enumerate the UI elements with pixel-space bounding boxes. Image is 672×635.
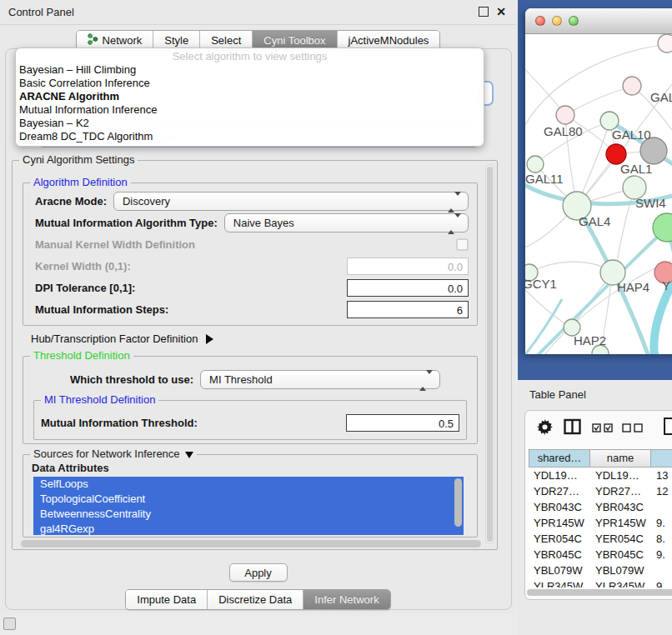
table-horizontal-scrollbar[interactable] (527, 589, 672, 596)
algorithm-option[interactable]: Basic Correlation Inference (16, 77, 484, 90)
algorithm-option[interactable]: Bayesian – K2 (16, 117, 484, 130)
hub-definition-expander[interactable]: Hub/Transcription Factor Definition (31, 332, 213, 345)
table-cell: YBR043C (590, 499, 651, 515)
float-panel-icon[interactable] (479, 7, 489, 17)
network-node[interactable] (623, 77, 641, 95)
minimize-window-button[interactable] (552, 16, 562, 26)
column-header[interactable]: name (590, 449, 651, 468)
network-graph: GAL80GALGAL10GAL1GAL11SWI4GAL4GCY1HAP4YH… (525, 34, 672, 354)
close-window-button[interactable] (535, 16, 545, 26)
table-panel-title: Table Panel (529, 388, 586, 401)
mi-threshold-group: MI Threshold Definition Mutual Informati… (33, 400, 467, 440)
network-window-titlebar[interactable] (525, 8, 672, 34)
table-cell: 12 (651, 483, 672, 499)
deselect-all-checkboxes-icon[interactable] (622, 422, 644, 435)
table-cell: YLR345W (590, 578, 651, 588)
node-label: GAL1 (620, 162, 652, 176)
table-row[interactable]: YDL19…YDL19…13 (529, 468, 672, 483)
sources-group: Sources for Network Inference Data Attri… (23, 454, 478, 538)
table-cell: 9. (651, 547, 672, 562)
node-label: SWI4 (635, 196, 666, 210)
settings-horizontal-scrollbar[interactable] (21, 540, 481, 548)
apply-button[interactable]: Apply (229, 563, 288, 582)
algorithm-option[interactable]: Bayesian – Hill Climbing (16, 63, 484, 77)
algorithm-popup-hint: Select algorithm to view settings (16, 50, 484, 63)
manual-kernel-checkbox[interactable] (456, 238, 469, 251)
table-cell: YBL079W (590, 562, 651, 578)
mi-threshold-input[interactable]: 0.5 (346, 414, 459, 432)
hub-definition-label: Hub/Transcription Factor Definition (31, 332, 198, 345)
sources-group-title[interactable]: Sources for Network Inference (30, 448, 197, 460)
network-view-window: GAL80GALGAL10GAL1GAL11SWI4GAL4GCY1HAP4YH… (525, 8, 672, 354)
table-row[interactable]: YBR045CYBR045C9. (529, 547, 672, 562)
tab-label: Cyni Toolbox (263, 34, 325, 47)
table-cell: YDL19… (529, 468, 590, 483)
file-icon[interactable] (663, 418, 672, 438)
table-cell: YBR043C (529, 499, 590, 515)
network-node[interactable] (658, 34, 672, 52)
node-label: Y (662, 278, 670, 292)
dock-mini-icon[interactable] (3, 618, 16, 630)
control-panel-titlebar: Control Panel ✕ (0, 0, 516, 25)
table-panel: Table Panel shared…nameAYDL19… (518, 380, 672, 635)
network-canvas[interactable]: GAL80GALGAL10GAL1GAL11SWI4GAL4GCY1HAP4YH… (525, 34, 672, 354)
node-table[interactable]: shared…nameAYDL19…YDL19…13YDR27…YDR27…12… (529, 449, 672, 588)
algorithm-option[interactable]: ARACNE Algorithm (16, 90, 484, 103)
attribute-item[interactable]: TopologicalCoefficient (33, 492, 464, 507)
network-node[interactable] (527, 156, 544, 172)
table-header-row: shared…nameA (529, 449, 672, 468)
aracne-mode-select[interactable]: Discovery (113, 192, 469, 211)
kernel-width-input: 0.0 (347, 258, 469, 275)
table-row[interactable]: YBL079WYBL079W (529, 562, 672, 578)
column-header[interactable]: shared… (529, 449, 590, 468)
table-panel-body: shared…nameAYDL19…YDL19…13YDR27…YDR27…12… (524, 410, 672, 600)
combo-arrows-icon (419, 374, 433, 387)
attribute-item[interactable]: BetweennessCentrality (33, 507, 464, 522)
network-edge[interactable] (615, 188, 634, 272)
dpi-tolerance-input[interactable]: 0.0 (347, 279, 469, 297)
table-row[interactable]: YPR145WYPR145W9. (529, 515, 672, 531)
close-panel-icon[interactable]: ✕ (496, 7, 506, 17)
bottom-tab-bar: Impute DataDiscretize DataInfer Network (0, 589, 516, 610)
threshold-definition-group: Threshold Definition Which threshold to … (23, 356, 478, 444)
attribute-item[interactable]: SelfLoops (33, 477, 464, 492)
which-threshold-label: Which threshold to use: (70, 373, 193, 386)
table-cell: YLR345W (529, 578, 590, 588)
screen: Control Panel ✕ NetworkStyleSelectCyni T… (0, 0, 672, 635)
data-attributes-list[interactable]: SelfLoopsTopologicalCoefficientBetweenne… (33, 477, 464, 535)
node-label: GAL4 (579, 214, 610, 228)
cyni-algorithm-settings-group: Cyni Algorithm Settings Algorithm Defini… (12, 160, 498, 550)
which-threshold-select[interactable]: MI Threshold (200, 370, 440, 389)
tab-discretize-data[interactable]: Discretize Data (207, 590, 303, 609)
expander-arrow-icon (206, 334, 213, 344)
select-all-checkboxes-icon[interactable] (592, 422, 614, 435)
network-edge[interactable] (525, 44, 669, 134)
aracne-mode-row: Aracne Mode: Discovery (23, 190, 477, 212)
tab-label: Impute Data (137, 593, 196, 606)
gear-icon[interactable] (537, 419, 553, 438)
attribute-list-scrollbar[interactable] (454, 478, 462, 527)
column-layout-icon[interactable] (564, 418, 581, 438)
dpi-tolerance-row: DPI Tolerance [0,1]: 0.0 (23, 277, 477, 298)
which-threshold-value: MI Threshold (209, 373, 273, 386)
table-row[interactable]: YLR345WYLR345W9. (529, 578, 672, 588)
tab-impute-data[interactable]: Impute Data (126, 590, 207, 609)
zoom-window-button[interactable] (569, 16, 579, 26)
column-header[interactable]: A (651, 449, 672, 468)
algorithm-option[interactable]: Mutual Information Inference (16, 103, 484, 117)
mi-type-select[interactable]: Naive Bayes (224, 213, 469, 232)
network-edge[interactable] (529, 262, 612, 272)
kernel-width-label: Kernel Width (0,1): (35, 260, 131, 272)
attribute-item[interactable]: gal4RGexp (33, 522, 464, 535)
tab-infer-network[interactable]: Infer Network (303, 590, 389, 609)
settings-vertical-scrollbar[interactable] (485, 164, 494, 544)
network-node[interactable] (556, 106, 574, 124)
aracne-mode-value: Discovery (123, 195, 170, 208)
table-row[interactable]: YBR043CYBR043C (529, 499, 672, 515)
settings-group-title: Cyni Algorithm Settings (19, 153, 138, 166)
table-row[interactable]: YDR27…YDR27…12 (529, 483, 672, 499)
mi-steps-input[interactable]: 6 (347, 301, 469, 318)
algorithm-option[interactable]: Dream8 DC_TDC Algorithm (16, 130, 484, 143)
table-row[interactable]: YER054CYER054C8. (529, 531, 672, 547)
combo-arrows-icon (448, 196, 461, 208)
